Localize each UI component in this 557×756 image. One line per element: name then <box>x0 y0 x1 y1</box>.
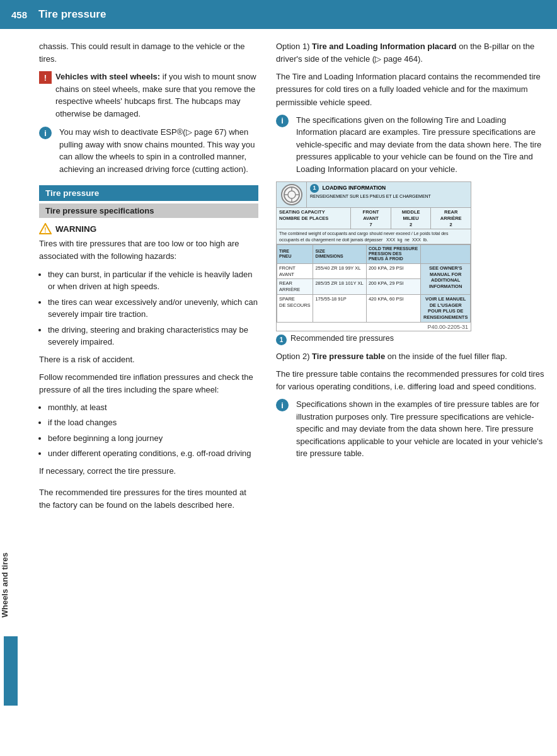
info-circle-2: i <box>276 399 289 411</box>
tire-table-header: 1 LOADING INFORMATION RENSEIGNEMENT SUR … <box>277 182 471 208</box>
tire-weight-row: The combined weight of occupants and car… <box>277 229 471 244</box>
option1-text: Option 1) Tire and Loading Information p… <box>276 40 546 66</box>
esp-notice: i You may wish to deactivate ESP®(▷ page… <box>39 126 258 175</box>
front-tire-label: FRONTAVANT <box>277 263 313 279</box>
warning-triangle-icon: ! <box>39 223 52 234</box>
check-item-1: monthly, at least <box>48 401 258 414</box>
info-circle-1: i <box>276 115 289 127</box>
check-item-4: under different operating conditions, e.… <box>48 447 258 460</box>
risk-text: There is a risk of accident. <box>39 353 258 366</box>
caption-row: 1 Recommended tire pressures <box>276 334 546 345</box>
info-notice-1-content: The specifications given on the followin… <box>296 114 546 176</box>
tire-part-number: P40.00-2205-31 <box>277 323 471 331</box>
col-tire: TIREPNEU <box>277 244 313 263</box>
seating-label: SEATING CAPACITYNOMBRE DE PLACES <box>277 208 351 229</box>
col-pressure: COLD TIRE PRESSUREPRESSION DESPNEUS À FR… <box>366 244 420 263</box>
info-notice-1: i The specifications given on the follow… <box>276 114 546 176</box>
check-list: monthly, at least if the load changes be… <box>39 401 258 460</box>
hazard-list: they can burst, in particular if the veh… <box>39 268 258 348</box>
info-circle-esp: i <box>39 127 52 139</box>
sidebar-label: Wheels and tires <box>0 553 24 617</box>
caption-number: 1 <box>276 335 287 345</box>
front-tire-pressure: 200 KPA, 29 PSI <box>366 263 420 279</box>
warning-label: WARNING <box>55 224 96 234</box>
hazard-item-2: the tires can wear excessively and/or un… <box>48 296 258 321</box>
svg-text:!: ! <box>44 227 46 234</box>
tire-logo-cell <box>277 182 307 207</box>
voir-manuel-note: VOIR LE MANUELDE L'USAGERPOUR PLUS DEREN… <box>421 294 471 322</box>
tire-seating-row: SEATING CAPACITYNOMBRE DE PLACES FRONTAV… <box>277 208 471 229</box>
left-column: chassis. This could result in damage to … <box>24 40 270 745</box>
option1-label: Tire and Loading Information placard <box>312 42 456 51</box>
owners-manual-note: SEE OWNER'SMANUAL FORADDITIONALINFORMATI… <box>421 263 471 294</box>
hazard-item-3: the driving, steering and braking charac… <box>48 324 258 348</box>
tire-header-subtitle: RENSEIGNEMENT SUR LES PNEUS ET LE CHARGE… <box>310 194 431 198</box>
rear-tire-label: REARARRIÈRE <box>277 279 313 295</box>
front-seating: FRONTAVANT7 <box>351 208 391 229</box>
esp-notice-content: You may wish to deactivate ESP®(▷ page 6… <box>59 126 258 175</box>
tire-row-spare: SPAREDE SECOURS 175/55-18 91P 420 KPA, 6… <box>277 294 471 322</box>
svg-point-3 <box>288 191 296 198</box>
spare-tire-label: SPAREDE SECOURS <box>277 294 313 322</box>
spare-tire-size: 175/55-18 91P <box>313 294 366 322</box>
middle-seating: MIDDLEMILIEU2 <box>391 208 432 229</box>
right-column: Option 1) Tire and Loading Information p… <box>270 40 557 745</box>
intro-text: chassis. This could result in damage to … <box>39 40 258 66</box>
subsection-header: Tire pressure specifications <box>39 203 258 218</box>
tire-header-text: 1 LOADING INFORMATION RENSEIGNEMENT SUR … <box>307 182 471 207</box>
tire-header-title: LOADING INFORMATION <box>322 185 386 191</box>
sidebar: Wheels and tires <box>0 29 24 756</box>
warning-intro: Tires with tire pressures that are too l… <box>39 238 258 263</box>
warning-heading: ! WARNING <box>39 223 258 234</box>
recommended-text: The recommended tire pressures for the t… <box>39 486 258 512</box>
vehicles-label: Vehicles with steel wheels: <box>55 72 160 81</box>
option2-desc: The tire pressure table contains the rec… <box>276 368 546 393</box>
rear-seating: REARARRIÈRE2 <box>431 208 471 229</box>
hazard-item-1: they can burst, in particular if the veh… <box>48 268 258 293</box>
section-header-tire-pressure: Tire pressure <box>39 185 258 201</box>
rear-tire-pressure: 200 KPA, 29 PSI <box>366 279 420 295</box>
tire-logo <box>281 184 302 205</box>
col-note <box>421 244 471 263</box>
vehicles-notice: ! Vehicles with steel wheels: if you wis… <box>39 71 258 120</box>
col-size: SIZEDIMENSIONS <box>313 244 366 263</box>
exclaim-icon: ! <box>39 71 52 84</box>
tire-header-number: 1 <box>310 184 319 193</box>
front-tire-size: 255/40 ZR 18 99Y XL <box>313 263 366 279</box>
option2-text: Option 2) Tire pressure table on the ins… <box>276 350 546 363</box>
check-item-2: if the load changes <box>48 416 258 429</box>
sidebar-bar <box>4 636 18 706</box>
info-icon-2: i <box>276 399 292 460</box>
rear-tire-size: 285/35 ZR 18 101Y XL <box>313 279 366 295</box>
check-item-3: before beginning a long journey <box>48 432 258 445</box>
option1-desc: The Tire and Loading Information placard… <box>276 71 546 108</box>
main-content: chassis. This could result in damage to … <box>24 29 557 756</box>
tire-data-table: TIREPNEU SIZEDIMENSIONS COLD TIRE PRESSU… <box>277 244 471 323</box>
follow-text: Follow recommended tire inflation pressu… <box>39 371 258 396</box>
correct-text: If necessary, correct the tire pressure. <box>39 465 258 478</box>
page-header: 458 Tire pressure <box>0 0 557 29</box>
page-number: 458 <box>11 9 27 20</box>
info-icon-esp: i <box>39 127 55 175</box>
caption-text: Recommended tire pressures <box>290 334 394 343</box>
info-notice-2-content: Specifications shown in the examples of … <box>296 398 546 460</box>
option2-label: Tire pressure table <box>312 352 385 361</box>
tire-pressure-table-image: 1 LOADING INFORMATION RENSEIGNEMENT SUR … <box>276 181 471 331</box>
spare-tire-pressure: 420 KPA, 60 PSI <box>366 294 420 322</box>
info-notice-2: i Specifications shown in the examples o… <box>276 398 546 460</box>
info-icon-1: i <box>276 115 292 176</box>
page-title: Tire pressure <box>38 8 106 21</box>
tire-row-front: FRONTAVANT 255/40 ZR 18 99Y XL 200 KPA, … <box>277 263 471 279</box>
vehicles-notice-content: Vehicles with steel wheels: if you wish … <box>55 71 258 120</box>
